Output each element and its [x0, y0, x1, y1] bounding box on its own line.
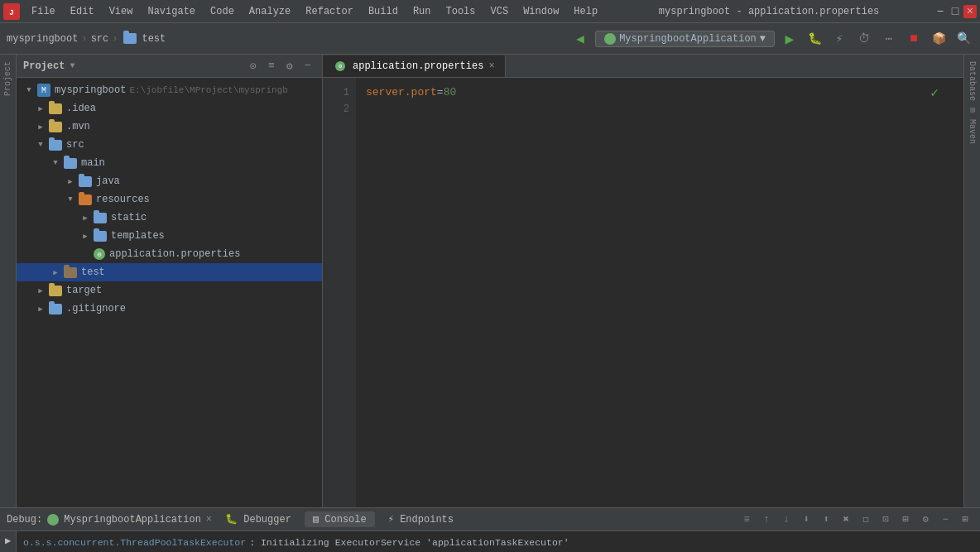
tree-item-myspringboot[interactable]: M myspringboot E:\jobfile\MProject\myspr… [17, 81, 322, 99]
console-action-5[interactable]: ⬆ [818, 511, 834, 528]
maximize-button[interactable]: □ [949, 5, 962, 18]
test-label: test [81, 266, 105, 278]
tree-item-main[interactable]: main [17, 154, 322, 172]
menu-items: File Edit View Navigate Code Analyze Ref… [25, 4, 604, 19]
run-button[interactable]: ▶ [780, 29, 800, 49]
menu-vcs[interactable]: VCS [484, 4, 516, 19]
console-action-6[interactable]: ✖ [838, 511, 854, 528]
checkmark-icon: ✓ [930, 84, 939, 101]
minimize-panel-icon[interactable]: − [300, 59, 315, 74]
toolbar-right: ◀ MyspringbootApplication ▼ ▶ 🐛 ⚡ ⏱ ⋯ ■ … [570, 29, 973, 49]
debug-tab-debugger[interactable]: 🐛 Debugger [217, 511, 300, 527]
java-label: java [96, 175, 120, 187]
console-label: Console [324, 514, 366, 526]
menu-file[interactable]: File [25, 4, 62, 19]
gitignore-folder-icon [49, 304, 62, 314]
arrow-gitignore [35, 303, 46, 314]
endpoints-icon: ⚡ [388, 514, 394, 526]
menu-refactor[interactable]: Refactor [299, 4, 360, 19]
tree-item-mvn[interactable]: .mvn [17, 118, 322, 136]
console-action-4[interactable]: ⬇ [798, 511, 814, 528]
coverage-button[interactable]: ⚡ [829, 29, 849, 49]
debug-app-name: MyspringbootApplication [64, 514, 201, 526]
tree-item-idea[interactable]: .idea [17, 99, 322, 118]
console-log[interactable]: o.s.s.concurrent.ThreadPoolTaskExecutor … [17, 531, 980, 552]
menu-code[interactable]: Code [204, 4, 241, 19]
tree-item-target[interactable]: target [17, 281, 322, 300]
debug-close-button[interactable]: × [206, 514, 212, 526]
menu-build[interactable]: Build [362, 4, 405, 19]
debug-settings-icon[interactable]: ⚙ [917, 511, 934, 528]
build-artifacts-button[interactable]: 📦 [929, 29, 949, 49]
arrow-target [35, 285, 46, 296]
maven-m-label[interactable]: m [966, 104, 978, 116]
tree-item-gitignore[interactable]: .gitignore [17, 300, 322, 318]
breadcrumb-project[interactable]: myspringboot [7, 33, 78, 45]
menu-run[interactable]: Run [406, 4, 438, 19]
menu-edit[interactable]: Edit [64, 4, 101, 19]
stop-button[interactable]: ■ [904, 29, 924, 49]
tree-item-resources[interactable]: resources [17, 190, 322, 209]
console-action-8[interactable]: ⊡ [877, 511, 894, 528]
project-strip-label[interactable]: Project [2, 58, 14, 99]
database-label[interactable]: Database [966, 58, 978, 104]
search-everywhere-button[interactable]: 🔍 [954, 29, 973, 49]
menu-window[interactable]: Window [516, 4, 565, 19]
editor-tab-app-props[interactable]: ⚙ application.properties × [323, 55, 506, 77]
console-action-1[interactable]: ≡ [738, 511, 755, 528]
debug-button[interactable]: 🐛 [805, 29, 824, 49]
window-controls: − □ × [934, 5, 977, 18]
tree-item-src[interactable]: src [17, 136, 322, 154]
debug-tab-endpoints[interactable]: ⚡ Endpoints [380, 511, 462, 527]
run-configuration[interactable]: MyspringbootApplication ▼ [595, 31, 775, 47]
debug-grid-icon[interactable]: ⊞ [957, 511, 973, 528]
debug-tab-console[interactable]: ▤ Console [305, 511, 375, 527]
idea-folder-icon [49, 103, 62, 114]
more-actions-button[interactable]: ⋯ [879, 29, 899, 49]
tree-item-java[interactable]: java [17, 172, 322, 190]
app-props-label: application.properties [109, 248, 240, 260]
tab-close-button[interactable]: × [488, 60, 494, 72]
collapse-all-icon[interactable]: ≡ [264, 59, 279, 74]
endpoints-label: Endpoints [400, 514, 454, 526]
resume-button[interactable]: ▶ [1, 535, 16, 547]
arrow-myspringboot [23, 84, 35, 96]
menu-tools[interactable]: Tools [440, 4, 483, 19]
tree-item-static[interactable]: static [17, 209, 322, 227]
debug-minimize-icon[interactable]: − [937, 511, 954, 528]
app-props-icon: ⚙ [94, 248, 105, 260]
breadcrumb-src[interactable]: src [91, 33, 109, 45]
menu-analyze[interactable]: Analyze [243, 4, 297, 19]
scroll-to-source-icon[interactable]: ⊙ [246, 59, 261, 74]
tree-item-templates[interactable]: templates [17, 227, 322, 245]
tree-item-test[interactable]: test [17, 263, 322, 281]
menu-view[interactable]: View [103, 4, 140, 19]
tree-item-app-props[interactable]: ⚙ application.properties [17, 245, 322, 263]
close-button[interactable]: × [963, 5, 977, 18]
back-navigation-button[interactable]: ◀ [570, 29, 590, 49]
show-options-icon[interactable]: ⚙ [282, 59, 297, 74]
arrow-src [35, 139, 46, 151]
maven-label[interactable]: Maven [966, 116, 978, 147]
console-action-9[interactable]: ⊞ [897, 511, 914, 528]
menu-help[interactable]: Help [567, 4, 604, 19]
debugger-label: Debugger [243, 514, 291, 526]
menu-navigate[interactable]: Navigate [141, 4, 202, 19]
console-action-2[interactable]: ↑ [758, 511, 775, 528]
breadcrumb-sep1: › [81, 33, 87, 45]
console-action-3[interactable]: ↓ [778, 511, 795, 528]
breadcrumb-test-folder[interactable]: test [121, 33, 166, 45]
code-area[interactable]: server.port=80 [356, 78, 963, 507]
console-action-7[interactable]: ◻ [858, 511, 874, 528]
templates-label: templates [111, 230, 165, 242]
main-folder-icon [64, 158, 77, 169]
spring-icon [604, 33, 616, 45]
minimize-button[interactable]: − [934, 5, 947, 18]
svg-text:J: J [9, 9, 13, 17]
debug-label: Debug: [7, 514, 42, 526]
tab-label: application.properties [353, 60, 483, 72]
project-dropdown[interactable]: ▼ [70, 61, 74, 70]
static-label: static [111, 212, 147, 223]
profile-button[interactable]: ⏱ [854, 29, 874, 49]
arrow-templates [79, 230, 91, 242]
